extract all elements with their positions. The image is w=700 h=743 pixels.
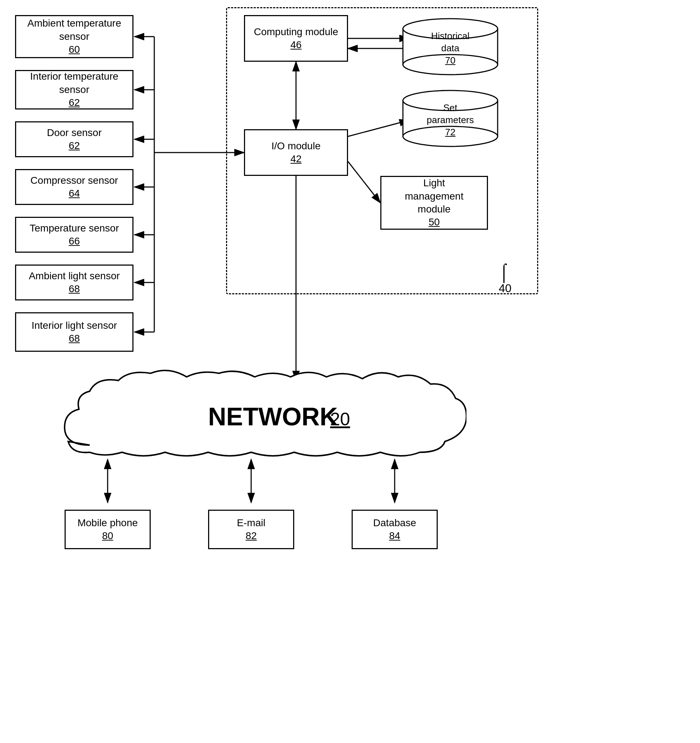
email-label: E-mail [237, 517, 265, 530]
temperature-sensor-ref: 66 [68, 235, 80, 248]
interior-temperature-sensor-box: Interior temperature sensor 62 [15, 70, 133, 110]
ambient-light-sensor-box: Ambient light sensor 68 [15, 265, 133, 300]
email-box: E-mail 82 [208, 510, 294, 549]
set-parameters-ref: 72 [427, 126, 474, 139]
ambient-light-label: Ambient light sensor [29, 269, 120, 283]
ambient-temperature-sensor-box: Ambient temperature sensor 60 [15, 15, 133, 58]
mobile-phone-ref: 80 [102, 530, 113, 542]
interior-light-label: Interior light sensor [32, 319, 117, 332]
historical-data-cylinder: Historicaldata 70 [402, 18, 499, 75]
set-parameters-cylinder: Setparameters 72 [402, 90, 499, 147]
light-management-box: Lightmanagementmodule 50 [380, 176, 488, 230]
compressor-sensor-box: Compressor sensor 64 [15, 169, 133, 205]
interior-light-ref: 68 [68, 332, 80, 345]
temperature-sensor-box: Temperature sensor 66 [15, 217, 133, 253]
historical-data-ref: 70 [431, 55, 470, 67]
temperature-sensor-label: Temperature sensor [30, 222, 119, 235]
compressor-sensor-ref: 64 [68, 187, 80, 200]
door-sensor-box: Door sensor 62 [15, 121, 133, 157]
door-sensor-label: Door sensor [47, 126, 102, 139]
historical-data-label: Historicaldata [431, 31, 470, 53]
set-parameters-label: Setparameters [427, 102, 474, 125]
ambient-temp-ref: 60 [68, 43, 80, 56]
system-ref-label: ⌠ 40 [499, 262, 512, 295]
interior-temp-ref: 62 [68, 96, 80, 109]
door-sensor-ref: 62 [68, 139, 80, 152]
database-box: Database 84 [351, 510, 438, 549]
light-management-ref: 50 [428, 216, 440, 229]
interior-light-sensor-box: Interior light sensor 68 [15, 312, 133, 352]
compressor-sensor-label: Compressor sensor [31, 174, 118, 187]
svg-text:NETWORK: NETWORK [208, 403, 338, 431]
mobile-phone-box: Mobile phone 80 [65, 510, 151, 549]
database-ref: 84 [389, 530, 400, 542]
interior-temp-label: Interior temperature sensor [21, 70, 127, 96]
ambient-temp-label: Ambient temperature sensor [21, 17, 127, 43]
mobile-phone-label: Mobile phone [77, 517, 138, 530]
email-ref: 82 [245, 530, 257, 542]
svg-text:20: 20 [330, 409, 350, 429]
database-label: Database [373, 517, 416, 530]
network-cloud: NETWORK 20 [36, 366, 467, 467]
light-management-label: Lightmanagementmodule [405, 177, 463, 216]
ambient-light-ref: 68 [68, 283, 80, 295]
